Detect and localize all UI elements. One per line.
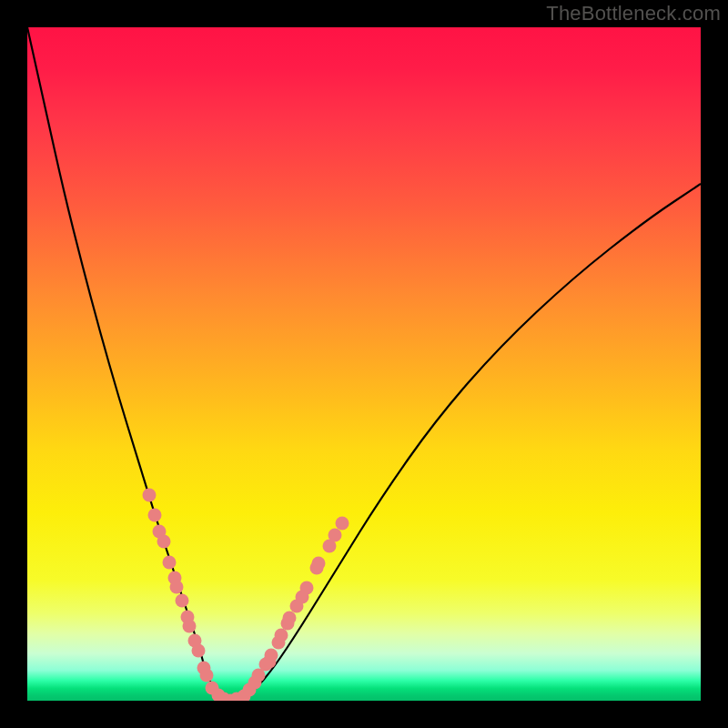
data-dot	[283, 612, 297, 625]
data-dot	[312, 557, 326, 571]
data-dot	[183, 620, 197, 633]
data-dot	[143, 489, 157, 502]
data-dot	[176, 594, 189, 608]
data-dot	[170, 581, 184, 594]
bottleneck-curve	[27, 27, 701, 701]
data-dot	[157, 535, 171, 549]
data-dot	[275, 629, 288, 642]
curve-svg	[27, 27, 701, 701]
data-dot	[163, 556, 177, 570]
chart-frame: TheBottleneck.com	[0, 0, 728, 728]
plot-area	[27, 27, 701, 701]
data-dots	[143, 489, 349, 702]
data-dot	[300, 581, 314, 595]
watermark-text: TheBottleneck.com	[546, 2, 721, 25]
data-dot	[200, 669, 214, 682]
data-dot	[336, 517, 349, 531]
data-dot	[263, 655, 277, 669]
data-dot	[148, 509, 162, 522]
data-dot	[192, 644, 206, 658]
data-dot	[329, 529, 342, 542]
